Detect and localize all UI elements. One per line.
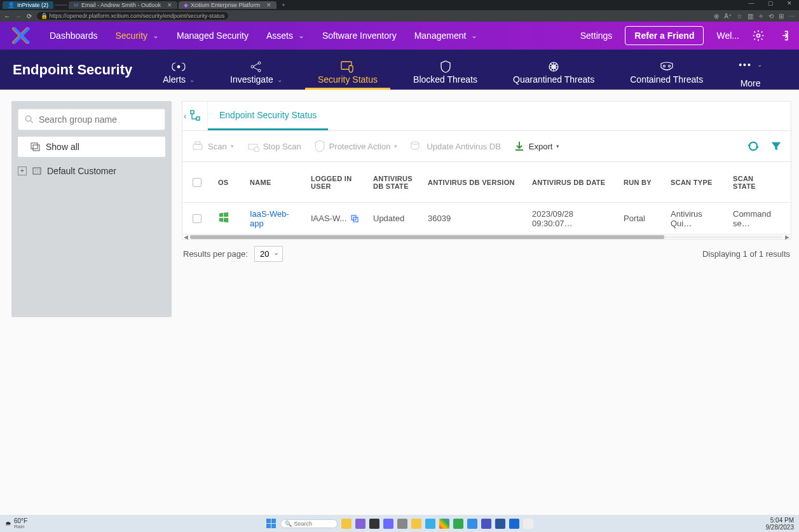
col-runby[interactable]: RUN BY [617,179,664,186]
shield-gear-icon [314,140,325,153]
taskbar-app-icon[interactable] [425,519,435,529]
col-user[interactable]: LOGGED IN USER [304,175,367,190]
forward-button: → [15,13,22,20]
col-os[interactable]: OS [212,179,243,186]
tab-fav[interactable] [55,4,67,6]
refresh-icon[interactable] [748,140,759,152]
scroll-right-icon[interactable]: ▶ [785,234,789,240]
app-subnav: Endpoint Security Alerts⌄ Investigate⌄ S… [0,50,799,90]
taskbar-app-icon[interactable] [495,519,505,529]
sync-icon[interactable]: ⟲ [768,13,774,20]
col-scantype[interactable]: SCAN TYPE [664,179,727,186]
zoom-icon[interactable]: ⊕ [714,13,719,20]
subnav-alerts[interactable]: Alerts⌄ [163,50,195,90]
stop-scan-button[interactable]: Stop Scan [247,140,301,152]
win-min[interactable]: — [742,0,761,10]
col-dbstate[interactable]: ANTIVIRUS DB STATE [367,175,421,190]
nav-management[interactable]: Management [414,31,478,41]
read-aloud-icon[interactable]: A⁺ [724,13,732,20]
taskbar-search[interactable]: 🔍Search [280,519,338,528]
scroll-left-icon[interactable]: ◀ [184,234,188,240]
win-close[interactable]: ✕ [780,0,799,10]
tab-outlook[interactable]: ✉Email - Andrew Smith - Outlook✕ [69,1,177,9]
taskbar-clock[interactable]: 5:04 PM 9/28/2023 [761,517,800,531]
collections-icon[interactable]: ✧ [758,13,763,20]
taskbar-app-icon[interactable] [523,519,533,529]
nav-software-inventory[interactable]: Software Inventory [322,31,397,41]
tree-collapse-button[interactable]: ‹ [182,102,208,130]
row-checkbox[interactable] [193,214,201,223]
taskbar-app-icon[interactable] [467,519,477,529]
taskbar-app-icon[interactable] [369,519,379,529]
nav-settings[interactable]: Settings [580,31,613,41]
export-button[interactable]: Export▾ [514,140,560,152]
weather-widget[interactable]: 🌧 60°FRain [0,518,32,529]
exit-icon[interactable] [777,29,790,42]
taskbar-app-icon[interactable] [509,519,519,529]
search-group[interactable] [18,109,165,130]
close-icon[interactable]: ✕ [167,2,172,8]
filter-icon[interactable] [770,140,782,152]
subnav-more[interactable]: •••⌄ More [739,50,762,90]
col-dbdate[interactable]: ANTIVIRUS DB DATE [526,179,617,186]
refer-friend-button[interactable]: Refer a Friend [625,26,704,45]
page-title: Endpoint Security [0,62,145,90]
toolbar: Scan▾ Stop Scan Protective Action▾ Updat… [182,130,791,162]
user-menu[interactable]: Wel... [716,31,739,41]
cell-name[interactable]: IaaS-Web-app [243,209,304,228]
col-name[interactable]: NAME [243,179,304,186]
tree-root[interactable]: + Default Customer [11,162,172,180]
win-max[interactable]: ▢ [761,0,780,10]
url-field[interactable]: 🔒 https://openedr.platform.xcitium.com/s… [37,12,228,20]
nav-dashboards[interactable]: Dashboards [50,31,98,41]
download-icon [514,140,525,152]
gear-icon[interactable] [752,29,765,42]
taskbar-app-icon[interactable] [397,519,407,529]
show-all-button[interactable]: Show all [18,137,165,157]
favorite-icon[interactable]: ☆ [737,13,742,20]
nav-managed-security[interactable]: Managed Security [177,31,249,41]
printer-icon [191,140,204,152]
table-row[interactable]: IaaS-Web-app IAAS-W... Updated 36039 202… [182,203,791,235]
select-all-checkbox[interactable] [193,178,201,187]
subnav-contained-threats[interactable]: Contained Threats [630,50,703,90]
nav-security[interactable]: Security [116,31,160,41]
extensions-icon[interactable]: ⊞ [779,13,784,20]
svg-rect-15 [196,117,200,120]
scan-button[interactable]: Scan▾ [191,140,234,152]
col-scanstate[interactable]: SCAN STATE [727,175,781,190]
reload-button[interactable]: ⟳ [27,13,32,20]
col-dbver[interactable]: ANTIVIRUS DB VERSION [421,179,526,186]
horizontal-scrollbar[interactable]: ◀ ▶ [182,235,791,240]
expand-icon[interactable]: + [18,167,27,175]
start-icon[interactable] [266,519,277,529]
taskbar-app-icon[interactable] [341,519,352,529]
subnav-quarantined-threats[interactable]: Quarantined Threats [513,50,594,90]
page-size-select[interactable]: 20 [254,246,283,262]
tab-inprivate[interactable]: 👤InPrivate (2) [3,1,53,9]
taskbar-app-icon[interactable] [411,519,421,529]
close-icon[interactable]: ✕ [266,2,271,8]
protective-action-button[interactable]: Protective Action▾ [314,140,398,153]
subnav-blocked-threats[interactable]: Blocked Threats [413,50,477,90]
subnav-investigate[interactable]: Investigate⌄ [230,50,282,90]
svg-point-3 [258,62,261,64]
copy-icon[interactable] [350,214,359,223]
split-icon[interactable]: ▥ [748,13,753,20]
back-button[interactable]: ← [4,13,10,20]
taskbar-app-icon[interactable] [383,519,393,529]
taskbar-app-icon[interactable] [439,519,449,529]
search-input[interactable] [39,114,158,125]
chevron-left-icon: ‹ [184,112,186,121]
nav-assets[interactable]: Assets [266,31,304,41]
taskbar-app-icon[interactable] [481,519,491,529]
tab-xcitium[interactable]: ◆Xcitium Enterprise Platform✕ [179,1,277,9]
taskbar-app-icon[interactable] [355,519,365,529]
content-tab[interactable]: Endpoint Security Status [208,102,328,130]
new-tab-button[interactable]: + [278,2,289,8]
menu-icon[interactable]: ⋯ [789,13,795,20]
app-logo[interactable] [9,24,32,47]
taskbar-app-icon[interactable] [453,519,463,529]
update-db-button[interactable]: Update Antivirus DB [410,140,500,152]
subnav-security-status[interactable]: Security Status [318,50,378,90]
